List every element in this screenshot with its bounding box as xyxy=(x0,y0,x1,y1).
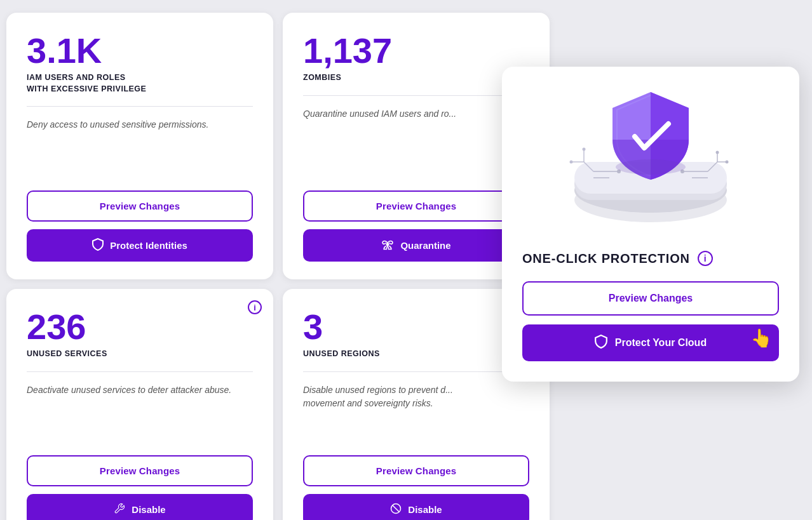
svg-point-21 xyxy=(570,161,573,164)
overlay-info-icon[interactable]: i xyxy=(698,251,713,266)
svg-point-22 xyxy=(583,148,586,151)
svg-point-17 xyxy=(716,151,719,154)
svg-line-2 xyxy=(393,505,400,512)
card-zombies-action-label: Quarantine xyxy=(400,240,450,251)
card-zombies-description: Quarantine unused IAM users and ro... xyxy=(303,107,529,176)
card-services-divider xyxy=(27,371,253,372)
card-zombies-label: ZOMBIES xyxy=(303,72,529,84)
card-regions-preview-button[interactable]: Preview Changes xyxy=(303,455,529,486)
card-regions-action-button[interactable]: Disable xyxy=(303,494,529,520)
card-services-stat: 236 xyxy=(27,309,253,345)
card-regions-description: Disable unused regions to prevent d...mo… xyxy=(303,383,529,441)
shield-icon xyxy=(92,238,104,253)
biohazard-icon xyxy=(381,238,394,253)
card-services-action-label: Disable xyxy=(132,504,165,515)
card-regions-divider xyxy=(303,371,529,372)
info-icon-services[interactable]: i xyxy=(248,300,262,314)
overlay-shield-icon xyxy=(595,335,607,351)
card-regions-label: UNUSED REGIONS xyxy=(303,349,529,360)
overlay-action-label: Protect Your Cloud xyxy=(615,337,707,349)
overlay-illustration xyxy=(502,67,799,244)
card-services-action-button[interactable]: Disable xyxy=(27,494,253,520)
card-regions-stat: 3 xyxy=(303,309,529,345)
card-iam-action-label: Protect Identities xyxy=(110,240,187,251)
svg-point-23 xyxy=(616,159,686,175)
overlay-action-button[interactable]: Protect Your Cloud xyxy=(522,324,779,361)
tools-icon xyxy=(114,503,125,516)
svg-point-0 xyxy=(386,243,389,246)
overlay-title-row: ONE-CLICK PROTECTION i xyxy=(522,251,779,266)
card-iam-preview-button[interactable]: Preview Changes xyxy=(27,190,253,222)
card-iam-label: IAM USERS AND ROLESWITH EXCESSIVE PRIVIL… xyxy=(27,72,253,95)
svg-point-16 xyxy=(726,161,729,164)
card-zombies-preview-button[interactable]: Preview Changes xyxy=(303,190,529,222)
card-iam-description: Deny access to unused sensitive permissi… xyxy=(27,118,253,175)
card-services-preview-button[interactable]: Preview Changes xyxy=(27,455,253,486)
overlay-panel: ONE-CLICK PROTECTION i Preview Changes P… xyxy=(502,67,799,382)
card-zombies-action-button[interactable]: Quarantine xyxy=(303,229,529,262)
card-services-label: UNUSED SERVICES xyxy=(27,349,253,360)
card-services-description: Deactivate unused services to deter atta… xyxy=(27,383,253,441)
card-iam-stat: 3.1K xyxy=(27,33,253,69)
disable-icon xyxy=(390,503,402,516)
card-zombies-divider xyxy=(303,95,529,96)
card-zombies-stat: 1,137 xyxy=(303,33,529,69)
card-iam: 3.1K IAM USERS AND ROLESWITH EXCESSIVE P… xyxy=(6,13,273,279)
overlay-title: ONE-CLICK PROTECTION xyxy=(522,251,690,266)
card-iam-action-button[interactable]: Protect Identities xyxy=(27,229,253,262)
overlay-content: ONE-CLICK PROTECTION i Preview Changes P… xyxy=(502,244,799,361)
card-iam-divider xyxy=(27,106,253,107)
overlay-preview-button[interactable]: Preview Changes xyxy=(522,281,779,316)
card-services: i 236 UNUSED SERVICES Deactivate unused … xyxy=(6,289,273,520)
card-regions-action-label: Disable xyxy=(408,504,442,515)
